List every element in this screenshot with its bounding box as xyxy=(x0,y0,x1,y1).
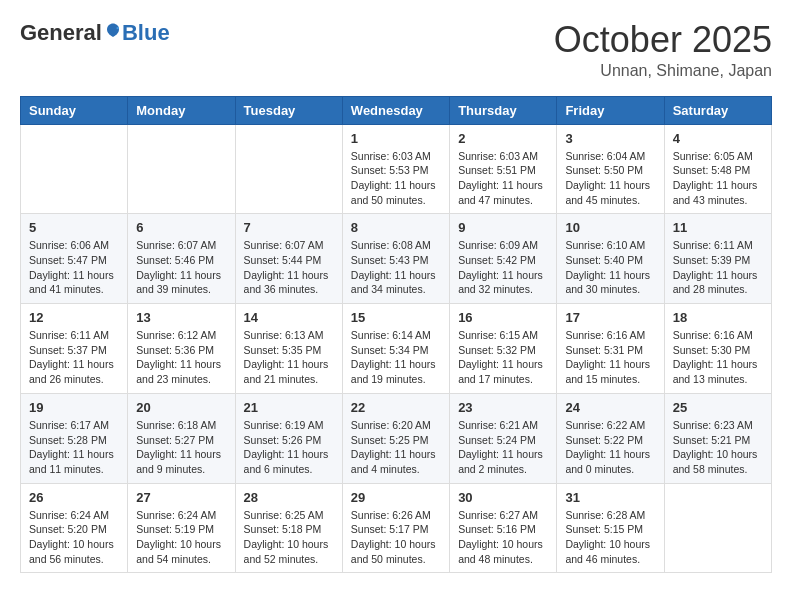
cell-line: and 34 minutes. xyxy=(351,283,426,295)
cell-line: Sunset: 5:36 PM xyxy=(136,344,214,356)
calendar-cell: 25Sunrise: 6:23 AMSunset: 5:21 PMDayligh… xyxy=(664,393,771,483)
calendar-cell: 20Sunrise: 6:18 AMSunset: 5:27 PMDayligh… xyxy=(128,393,235,483)
weekday-header-sunday: Sunday xyxy=(21,96,128,124)
logo-blue-text: Blue xyxy=(122,20,170,46)
cell-content: Sunrise: 6:06 AMSunset: 5:47 PMDaylight:… xyxy=(29,238,119,297)
cell-line: Sunset: 5:32 PM xyxy=(458,344,536,356)
cell-content: Sunrise: 6:03 AMSunset: 5:51 PMDaylight:… xyxy=(458,149,548,208)
cell-line: and 15 minutes. xyxy=(565,373,640,385)
calendar-cell: 22Sunrise: 6:20 AMSunset: 5:25 PMDayligh… xyxy=(342,393,449,483)
calendar-cell: 28Sunrise: 6:25 AMSunset: 5:18 PMDayligh… xyxy=(235,483,342,573)
cell-line: Daylight: 11 hours xyxy=(244,358,329,370)
cell-content: Sunrise: 6:12 AMSunset: 5:36 PMDaylight:… xyxy=(136,328,226,387)
cell-line: Sunrise: 6:09 AM xyxy=(458,239,538,251)
weekday-header-row: SundayMondayTuesdayWednesdayThursdayFrid… xyxy=(21,96,772,124)
calendar-week-4: 19Sunrise: 6:17 AMSunset: 5:28 PMDayligh… xyxy=(21,393,772,483)
cell-line: Sunrise: 6:11 AM xyxy=(673,239,753,251)
cell-line: Daylight: 11 hours xyxy=(29,269,114,281)
cell-line: Daylight: 11 hours xyxy=(244,269,329,281)
calendar-cell: 29Sunrise: 6:26 AMSunset: 5:17 PMDayligh… xyxy=(342,483,449,573)
cell-content: Sunrise: 6:16 AMSunset: 5:30 PMDaylight:… xyxy=(673,328,763,387)
calendar-week-1: 1Sunrise: 6:03 AMSunset: 5:53 PMDaylight… xyxy=(21,124,772,214)
day-number: 18 xyxy=(673,310,763,325)
cell-line: and 9 minutes. xyxy=(136,463,205,475)
cell-line: Sunset: 5:20 PM xyxy=(29,523,107,535)
cell-line: Sunrise: 6:08 AM xyxy=(351,239,431,251)
cell-line: Daylight: 10 hours xyxy=(244,538,329,550)
page-header: General Blue October 2025 Unnan, Shimane… xyxy=(20,20,772,80)
day-number: 27 xyxy=(136,490,226,505)
cell-line: Sunrise: 6:10 AM xyxy=(565,239,645,251)
cell-line: and 54 minutes. xyxy=(136,553,211,565)
calendar-cell: 5Sunrise: 6:06 AMSunset: 5:47 PMDaylight… xyxy=(21,214,128,304)
day-number: 17 xyxy=(565,310,655,325)
cell-line: and 43 minutes. xyxy=(673,194,748,206)
cell-line: Sunset: 5:37 PM xyxy=(29,344,107,356)
cell-line: Daylight: 10 hours xyxy=(29,538,114,550)
cell-line: Sunrise: 6:03 AM xyxy=(458,150,538,162)
calendar-cell: 31Sunrise: 6:28 AMSunset: 5:15 PMDayligh… xyxy=(557,483,664,573)
cell-line: and 56 minutes. xyxy=(29,553,104,565)
cell-line: and 47 minutes. xyxy=(458,194,533,206)
cell-line: Daylight: 11 hours xyxy=(351,358,436,370)
day-number: 8 xyxy=(351,220,441,235)
cell-content: Sunrise: 6:11 AMSunset: 5:37 PMDaylight:… xyxy=(29,328,119,387)
calendar-cell xyxy=(21,124,128,214)
cell-line: Daylight: 11 hours xyxy=(458,179,543,191)
cell-line: Sunrise: 6:20 AM xyxy=(351,419,431,431)
cell-line: Sunrise: 6:07 AM xyxy=(136,239,216,251)
day-number: 31 xyxy=(565,490,655,505)
calendar-cell: 1Sunrise: 6:03 AMSunset: 5:53 PMDaylight… xyxy=(342,124,449,214)
cell-line: and 45 minutes. xyxy=(565,194,640,206)
cell-content: Sunrise: 6:07 AMSunset: 5:44 PMDaylight:… xyxy=(244,238,334,297)
cell-line: Sunrise: 6:24 AM xyxy=(29,509,109,521)
title-section: October 2025 Unnan, Shimane, Japan xyxy=(554,20,772,80)
calendar-cell xyxy=(664,483,771,573)
cell-line: Sunrise: 6:03 AM xyxy=(351,150,431,162)
day-number: 21 xyxy=(244,400,334,415)
cell-content: Sunrise: 6:04 AMSunset: 5:50 PMDaylight:… xyxy=(565,149,655,208)
cell-line: and 32 minutes. xyxy=(458,283,533,295)
calendar-cell xyxy=(235,124,342,214)
cell-line: Sunset: 5:35 PM xyxy=(244,344,322,356)
cell-line: and 13 minutes. xyxy=(673,373,748,385)
cell-line: Sunset: 5:47 PM xyxy=(29,254,107,266)
cell-line: Sunset: 5:31 PM xyxy=(565,344,643,356)
cell-line: Sunrise: 6:25 AM xyxy=(244,509,324,521)
cell-line: Daylight: 11 hours xyxy=(136,448,221,460)
cell-content: Sunrise: 6:19 AMSunset: 5:26 PMDaylight:… xyxy=(244,418,334,477)
cell-line: Daylight: 10 hours xyxy=(565,538,650,550)
calendar-cell: 26Sunrise: 6:24 AMSunset: 5:20 PMDayligh… xyxy=(21,483,128,573)
cell-line: Sunset: 5:42 PM xyxy=(458,254,536,266)
cell-line: Daylight: 11 hours xyxy=(136,269,221,281)
cell-line: Sunset: 5:40 PM xyxy=(565,254,643,266)
cell-line: Sunset: 5:21 PM xyxy=(673,434,751,446)
weekday-header-saturday: Saturday xyxy=(664,96,771,124)
day-number: 23 xyxy=(458,400,548,415)
calendar-cell: 16Sunrise: 6:15 AMSunset: 5:32 PMDayligh… xyxy=(450,304,557,394)
cell-content: Sunrise: 6:24 AMSunset: 5:19 PMDaylight:… xyxy=(136,508,226,567)
cell-line: and 52 minutes. xyxy=(244,553,319,565)
calendar-cell: 9Sunrise: 6:09 AMSunset: 5:42 PMDaylight… xyxy=(450,214,557,304)
cell-content: Sunrise: 6:14 AMSunset: 5:34 PMDaylight:… xyxy=(351,328,441,387)
cell-line: Sunrise: 6:23 AM xyxy=(673,419,753,431)
cell-line: Daylight: 10 hours xyxy=(673,448,758,460)
cell-line: Sunrise: 6:21 AM xyxy=(458,419,538,431)
cell-content: Sunrise: 6:07 AMSunset: 5:46 PMDaylight:… xyxy=(136,238,226,297)
cell-content: Sunrise: 6:17 AMSunset: 5:28 PMDaylight:… xyxy=(29,418,119,477)
calendar-cell: 19Sunrise: 6:17 AMSunset: 5:28 PMDayligh… xyxy=(21,393,128,483)
cell-line: Sunrise: 6:16 AM xyxy=(673,329,753,341)
cell-line: Sunset: 5:28 PM xyxy=(29,434,107,446)
cell-line: Sunrise: 6:14 AM xyxy=(351,329,431,341)
calendar-cell: 11Sunrise: 6:11 AMSunset: 5:39 PMDayligh… xyxy=(664,214,771,304)
cell-line: and 4 minutes. xyxy=(351,463,420,475)
day-number: 29 xyxy=(351,490,441,505)
cell-content: Sunrise: 6:05 AMSunset: 5:48 PMDaylight:… xyxy=(673,149,763,208)
cell-line: and 23 minutes. xyxy=(136,373,211,385)
cell-content: Sunrise: 6:24 AMSunset: 5:20 PMDaylight:… xyxy=(29,508,119,567)
calendar-cell: 24Sunrise: 6:22 AMSunset: 5:22 PMDayligh… xyxy=(557,393,664,483)
weekday-header-tuesday: Tuesday xyxy=(235,96,342,124)
location: Unnan, Shimane, Japan xyxy=(554,62,772,80)
calendar-cell: 10Sunrise: 6:10 AMSunset: 5:40 PMDayligh… xyxy=(557,214,664,304)
cell-line: Daylight: 11 hours xyxy=(565,448,650,460)
